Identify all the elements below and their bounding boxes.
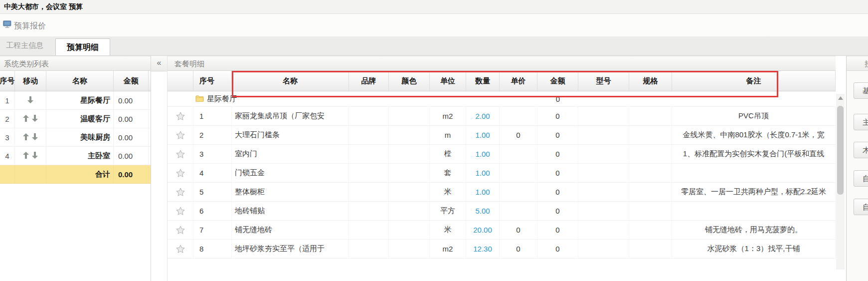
- cell-remark: 水泥砂浆（1：3）找平,干铺: [672, 240, 836, 258]
- move-down-icon[interactable]: [31, 114, 38, 124]
- collapse-button[interactable]: «: [151, 56, 167, 71]
- category-row[interactable]: 1星际餐厅0.00: [0, 91, 151, 110]
- item-row[interactable]: 6地砖铺贴平方5.000: [168, 202, 836, 221]
- item-row[interactable]: 3室内门樘1.0001、标准配置为实创实木复合门(平板和直线: [168, 145, 836, 164]
- cell-brand: [349, 164, 389, 182]
- cell-remark: PVC吊顶: [672, 107, 836, 125]
- favorite-star-icon[interactable]: [168, 183, 193, 201]
- group-row[interactable]: 星际餐厅 0: [168, 91, 836, 107]
- cell-qty: 2.00: [466, 107, 500, 125]
- window-title: 中美大都市，会议室 预算: [4, 2, 83, 11]
- move-buttons[interactable]: [15, 147, 46, 165]
- app-bar: 预算报价 •材料清单•【打印】|•创建预算•提取预算|•刷新定额|•存为模板•导…: [0, 14, 868, 36]
- item-row[interactable]: 1家丽龙集成吊顶（厂家包安m22.000PVC吊顶: [168, 107, 836, 126]
- column-header[interactable]: 金额: [114, 71, 149, 91]
- cell-amount: 0: [537, 221, 578, 239]
- column-header[interactable]: [168, 71, 193, 91]
- move-up-icon[interactable]: [22, 114, 29, 124]
- side-action-button[interactable]: 木: [854, 142, 868, 158]
- cell-price: [500, 183, 537, 201]
- cell-spec: [629, 126, 672, 144]
- move-up-icon[interactable]: [22, 151, 29, 161]
- column-header[interactable]: 名称: [46, 71, 114, 91]
- cell-price: [500, 145, 537, 163]
- cell-qty: 5.00: [466, 202, 500, 220]
- column-header[interactable]: 序号: [193, 71, 232, 91]
- category-name: 主卧室: [46, 147, 114, 165]
- cell-brand: [349, 240, 389, 258]
- cell-amount: 0: [537, 202, 578, 220]
- tab-active[interactable]: 预算明细: [55, 38, 110, 55]
- category-amount: 0.00: [114, 147, 149, 165]
- side-action-button[interactable]: 基: [854, 82, 868, 99]
- column-header[interactable]: 品牌: [349, 71, 389, 91]
- tab-inactive[interactable]: 工程主信息: [6, 41, 43, 50]
- column-header[interactable]: 数量: [466, 71, 500, 91]
- cell-name: 地坪砂浆夯实至平（适用于: [232, 240, 349, 258]
- column-header[interactable]: 颜色: [389, 71, 430, 91]
- monitor-icon: [3, 20, 11, 30]
- right-panel-title: 接: [865, 56, 868, 71]
- favorite-star-icon[interactable]: [168, 126, 193, 144]
- left-panel-title: 系统类别列表: [4, 59, 49, 68]
- group-name: 星际餐厅: [207, 94, 237, 104]
- category-row[interactable]: 4主卧室0.00: [0, 147, 151, 165]
- item-row[interactable]: 5整体橱柜米1.000零居室、一居一卫共两种户型，标配2.2延米: [168, 183, 836, 202]
- column-header[interactable]: 规格: [629, 71, 672, 91]
- column-header[interactable]: 名称: [232, 71, 349, 91]
- cell-model: [578, 221, 629, 239]
- column-header[interactable]: 单位: [430, 71, 466, 91]
- cell-qty: 1.00: [466, 126, 500, 144]
- category-amount: 0.00: [114, 128, 149, 146]
- side-action-button[interactable]: 自: [854, 170, 868, 187]
- panel-splitter[interactable]: «: [151, 56, 168, 281]
- vertical-scrollbar[interactable]: [836, 94, 845, 270]
- side-action-button[interactable]: 主: [854, 114, 868, 130]
- side-action-button[interactable]: 自: [854, 199, 868, 215]
- column-header[interactable]: 序号: [0, 71, 15, 91]
- move-down-icon[interactable]: [31, 151, 38, 161]
- favorite-star-icon[interactable]: [168, 145, 193, 163]
- cell-no: 4: [193, 164, 232, 182]
- column-header[interactable]: 金额: [537, 71, 578, 91]
- favorite-star-icon[interactable]: [168, 202, 193, 220]
- cell-brand: [349, 183, 389, 201]
- column-header[interactable]: 移动: [15, 71, 46, 91]
- main-grid-body: 1家丽龙集成吊顶（厂家包安m22.000PVC吊顶2大理石门槛条m1.0000金…: [168, 107, 836, 259]
- cell-price: [500, 202, 537, 220]
- column-header[interactable]: 备注: [672, 71, 836, 91]
- move-down-icon[interactable]: [31, 133, 38, 142]
- category-row[interactable]: 3美味厨房0.00: [0, 128, 151, 147]
- scrollbar-thumb[interactable]: [837, 106, 844, 195]
- cell-name: 家丽龙集成吊顶（厂家包安: [232, 107, 349, 125]
- cell-unit: 樘: [430, 145, 466, 163]
- move-buttons[interactable]: [15, 110, 46, 128]
- item-row[interactable]: 7铺无缝地砖米20.0000铺无缝地砖，用马克菠萝的。: [168, 221, 836, 240]
- cell-spec: [629, 164, 672, 182]
- move-buttons[interactable]: [15, 91, 46, 109]
- move-up-icon[interactable]: [22, 133, 29, 142]
- item-row[interactable]: 2大理石门槛条m1.0000金线米黄、中南801胶水（长度0.7-1米，宽: [168, 126, 836, 145]
- cell-no: 5: [193, 183, 232, 201]
- favorite-star-icon[interactable]: [168, 221, 193, 239]
- category-row[interactable]: 2温暖客厅0.00: [0, 110, 151, 128]
- column-header[interactable]: 型号: [578, 71, 629, 91]
- move-down-icon[interactable]: [27, 96, 34, 105]
- cell-unit: 米: [430, 183, 466, 201]
- item-row[interactable]: 4门锁五金套1.000: [168, 164, 836, 183]
- cell-amount: 0: [537, 183, 578, 201]
- column-header[interactable]: 单价: [500, 71, 537, 91]
- scroll-up-icon[interactable]: [838, 96, 843, 100]
- cell-remark: [672, 164, 836, 182]
- item-row[interactable]: 8地坪砂浆夯实至平（适用于m212.3000水泥砂浆（1：3）找平,干铺: [168, 240, 836, 259]
- move-buttons[interactable]: [15, 128, 46, 146]
- cell-amount: 0: [537, 145, 578, 163]
- favorite-star-icon[interactable]: [168, 164, 193, 182]
- tab-bar: 工程主信息预算明细: [0, 36, 868, 56]
- category-name: 美味厨房: [46, 128, 114, 146]
- cell-spec: [629, 221, 672, 239]
- cell-model: [578, 183, 629, 201]
- cell-brand: [349, 107, 389, 125]
- favorite-star-icon[interactable]: [168, 240, 193, 258]
- favorite-star-icon[interactable]: [168, 107, 193, 125]
